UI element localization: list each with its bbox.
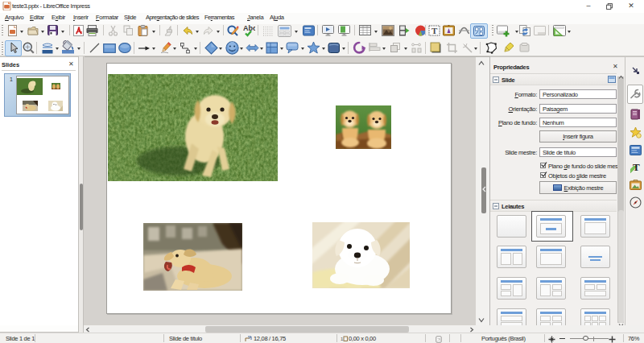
svg-text:1: 1 bbox=[341, 337, 344, 341]
svg-text:T: T bbox=[431, 26, 438, 35]
svg-text:Abc: Abc bbox=[243, 24, 255, 32]
svg-text:T: T bbox=[633, 161, 640, 173]
